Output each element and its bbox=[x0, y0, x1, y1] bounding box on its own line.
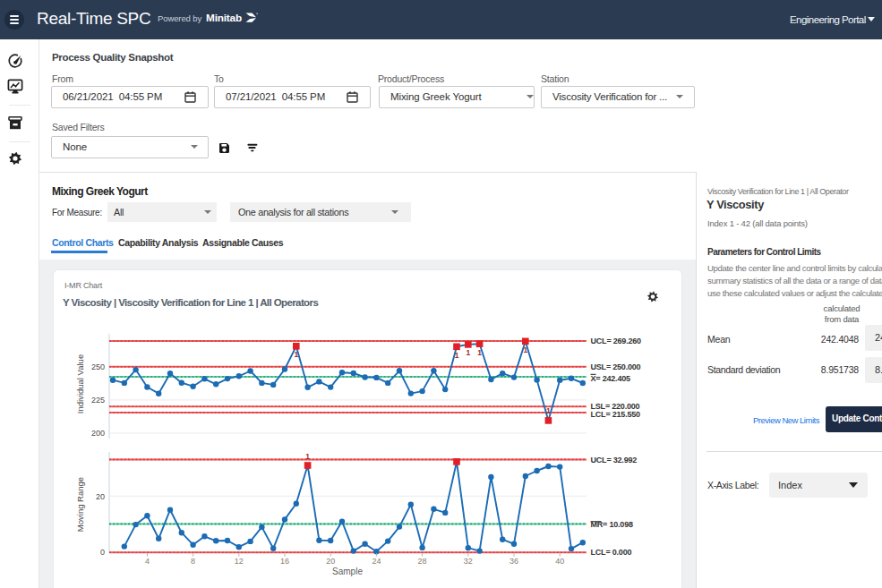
svg-text:225: 225 bbox=[91, 396, 105, 405]
svg-text:UCL= 32.992: UCL= 32.992 bbox=[591, 456, 638, 464]
svg-text:20: 20 bbox=[96, 492, 105, 501]
svg-text:28: 28 bbox=[418, 557, 427, 566]
svg-text:36: 36 bbox=[510, 557, 518, 566]
svg-text:1: 1 bbox=[305, 452, 310, 461]
svg-text:Sample: Sample bbox=[332, 567, 363, 576]
svg-text:LCL= 0.000: LCL= 0.000 bbox=[591, 548, 632, 557]
svg-text:200: 200 bbox=[91, 429, 105, 438]
svg-text:250: 250 bbox=[91, 362, 105, 371]
svg-text:Moving Range: Moving Range bbox=[75, 477, 85, 532]
svg-text:4: 4 bbox=[145, 557, 150, 566]
svg-text:Individual Value: Individual Value bbox=[75, 354, 85, 413]
svg-text:24: 24 bbox=[372, 557, 381, 566]
svg-text:0: 0 bbox=[100, 548, 105, 557]
svg-text:40: 40 bbox=[555, 557, 564, 566]
svg-text:1: 1 bbox=[523, 345, 527, 354]
svg-text:16: 16 bbox=[280, 557, 289, 566]
svg-text:1: 1 bbox=[466, 348, 470, 357]
svg-text:LCL= 215.550: LCL= 215.550 bbox=[591, 410, 641, 419]
svg-text:USL= 250.000: USL= 250.000 bbox=[591, 362, 641, 371]
svg-text:1: 1 bbox=[477, 348, 482, 357]
svg-text:1: 1 bbox=[294, 350, 298, 359]
svg-text:Y Viscosity | Viscosity Verifi: Y Viscosity | Viscosity Verification for… bbox=[63, 297, 318, 308]
svg-text:12: 12 bbox=[235, 557, 244, 566]
svg-text:32: 32 bbox=[464, 557, 473, 566]
svg-text:X= 242.405: X= 242.405 bbox=[591, 374, 630, 383]
svg-text:1: 1 bbox=[546, 406, 551, 415]
svg-text:MR= 10.098: MR= 10.098 bbox=[591, 520, 633, 529]
svg-text:1: 1 bbox=[455, 351, 459, 360]
svg-text:I-MR Chart: I-MR Chart bbox=[64, 281, 103, 290]
svg-text:20: 20 bbox=[326, 557, 335, 566]
svg-text:UCL= 269.260: UCL= 269.260 bbox=[591, 337, 642, 345]
svg-text:8: 8 bbox=[191, 557, 195, 566]
